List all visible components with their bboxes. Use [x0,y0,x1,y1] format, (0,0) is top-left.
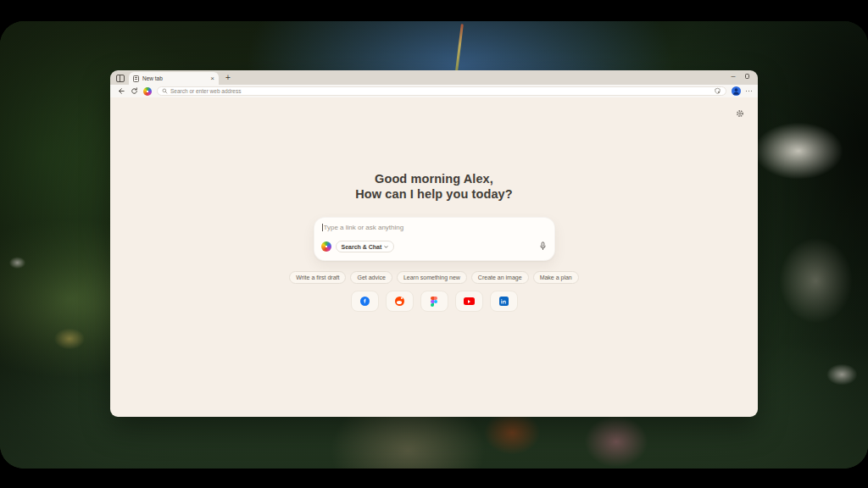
maximize-button[interactable] [745,74,750,79]
shortcut-reddit[interactable] [386,291,414,312]
facebook-icon [360,297,370,306]
mode-selector-label: Search & Chat [342,244,382,250]
shortcut-youtube[interactable] [455,291,483,312]
chip-get-advice[interactable]: Get advice [350,271,392,284]
more-menu-button[interactable] [746,91,753,92]
sidebar-toggle-icon[interactable] [116,75,125,82]
shortcut-tiles [110,291,758,312]
reload-icon [131,87,138,95]
ask-input[interactable] [324,224,527,231]
tracking-protection-shield-icon[interactable] [714,87,721,95]
settings-button[interactable] [736,106,744,121]
gear-icon [736,109,744,118]
text-caret [322,224,323,231]
chevron-down-icon [384,245,388,249]
address-bar[interactable]: Search or enter web address [157,86,726,96]
back-arrow-icon [117,87,125,95]
profile-avatar[interactable] [732,86,741,96]
ask-card: Search & Chat [314,217,555,261]
shortcut-linkedin[interactable] [490,291,518,312]
shortcut-facebook[interactable] [351,291,379,312]
youtube-icon [464,297,475,305]
browser-window: New tab × + – Search or enter web addres… [110,70,758,417]
linkedin-icon [499,297,509,306]
greeting-heading: Good morning Alex, How can I help you to… [110,97,758,202]
tab-new-tab[interactable]: New tab × [129,72,219,85]
back-button[interactable] [116,87,125,96]
voice-input-button[interactable] [539,239,547,254]
search-icon [162,88,168,94]
navigation-toolbar: Search or enter web address [110,85,758,97]
page-icon [133,75,139,82]
reddit-icon [395,297,404,306]
chip-write-first-draft[interactable]: Write a first draft [289,271,346,284]
greeting-line2: How can I help you today? [110,187,758,202]
browser-logo-icon[interactable] [143,87,152,96]
screenshot-stage: New tab × + – Search or enter web addres… [0,0,868,488]
shortcut-figma[interactable] [420,291,448,312]
person-icon [732,86,741,96]
chip-make-a-plan[interactable]: Make a plan [533,271,579,284]
address-placeholder: Search or enter web address [170,88,241,94]
tab-title: New tab [142,75,207,81]
greeting-line1: Good morning Alex, [110,172,758,187]
chip-create-an-image[interactable]: Create an image [471,271,529,284]
close-tab-icon[interactable]: × [210,75,214,82]
suggestion-chips: Write a first draft Get advice Learn som… [110,271,758,284]
chip-learn-something-new[interactable]: Learn something new [397,271,467,284]
new-tab-button[interactable]: + [225,74,231,82]
microphone-icon [539,241,547,251]
figma-icon [431,297,437,307]
reload-button[interactable] [130,87,138,96]
ask-card-toolbar: Search & Chat [321,239,547,254]
tab-bar: New tab × + – [110,70,758,85]
mode-selector-button[interactable]: Search & Chat [336,241,395,252]
window-controls: – [731,74,749,79]
minimize-button[interactable]: – [731,74,735,79]
assistant-logo-icon [321,241,331,252]
new-tab-page: Good morning Alex, How can I help you to… [110,97,758,417]
